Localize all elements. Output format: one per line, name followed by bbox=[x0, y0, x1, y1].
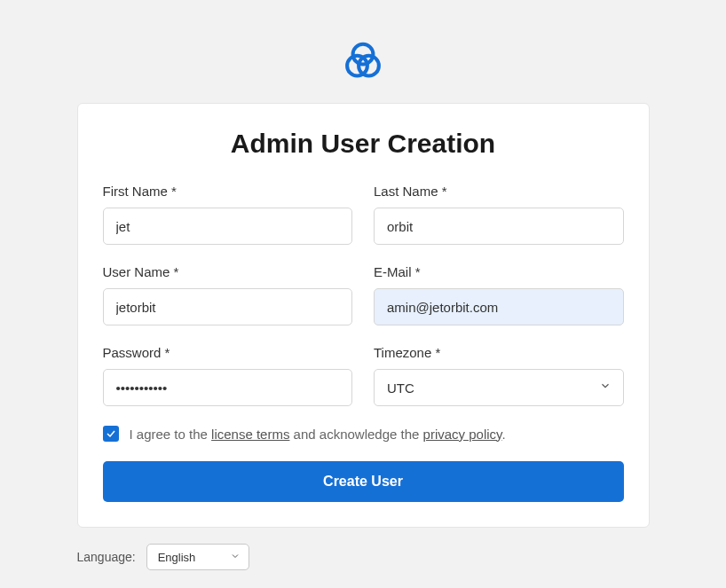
page-title: Admin User Creation bbox=[103, 129, 624, 159]
license-terms-link[interactable]: license terms bbox=[211, 427, 289, 442]
last-name-input[interactable] bbox=[374, 208, 624, 245]
timezone-select[interactable]: UTC bbox=[374, 369, 624, 406]
timezone-label: Timezone * bbox=[374, 345, 624, 360]
language-row: Language: English bbox=[77, 544, 650, 570]
language-label: Language: bbox=[77, 550, 136, 564]
user-name-input[interactable] bbox=[103, 288, 353, 325]
email-label: E-Mail * bbox=[374, 264, 624, 279]
language-select[interactable]: English bbox=[146, 544, 249, 570]
app-logo bbox=[77, 35, 650, 85]
password-label: Password * bbox=[103, 345, 353, 360]
email-input[interactable] bbox=[374, 288, 624, 325]
user-name-label: User Name * bbox=[103, 264, 353, 279]
privacy-policy-link[interactable]: privacy policy bbox=[423, 427, 502, 442]
agree-text: I agree to the license terms and acknowl… bbox=[130, 427, 506, 442]
first-name-input[interactable] bbox=[103, 208, 353, 245]
create-user-button[interactable]: Create User bbox=[103, 461, 624, 502]
cloud-logo-icon bbox=[340, 35, 386, 82]
last-name-label: Last Name * bbox=[374, 184, 624, 199]
first-name-label: First Name * bbox=[103, 184, 353, 199]
password-input[interactable] bbox=[103, 369, 353, 406]
admin-user-creation-card: Admin User Creation First Name * Last Na… bbox=[77, 103, 650, 528]
agree-row: I agree to the license terms and acknowl… bbox=[103, 426, 624, 442]
agree-checkbox[interactable] bbox=[103, 426, 119, 442]
